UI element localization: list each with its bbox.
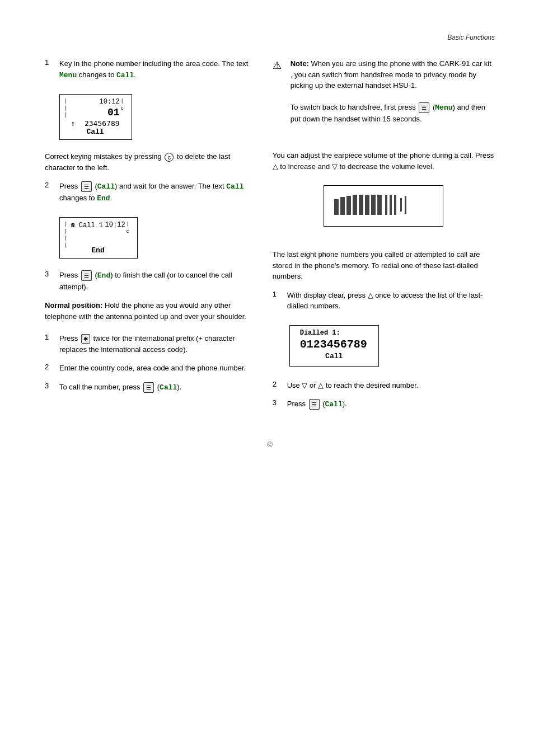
svg-rect-4	[359, 195, 363, 215]
svg-rect-11	[400, 198, 402, 212]
volume-display-wrapper	[273, 180, 495, 232]
backspace-icon: c	[165, 153, 174, 162]
menu-button-icon-int: ☰	[143, 382, 154, 393]
dialled-display-wrapper: Dialled 1: 0123456789 Call	[273, 320, 495, 372]
volume-section-text: You can adjust the earpiece volume of th…	[273, 150, 495, 172]
signal-marks-right-2: | c	[127, 221, 129, 235]
left-column: 1 Key in the phone number including the …	[45, 58, 250, 418]
display1-row-prefix: ↑	[71, 119, 75, 128]
dialled-softkey: Call	[300, 352, 368, 360]
step-3: 3 Press ☰ (End) to finish the call (or t…	[45, 270, 250, 292]
volume-bars-svg	[333, 194, 434, 216]
redial-step-3-text: Press ☰ (Call).	[287, 398, 347, 410]
step-2-text: Press ☰ (Call) and wait for the answer. …	[59, 181, 250, 204]
redial-step-1: 1 With display clear, press △ once to ac…	[273, 290, 495, 312]
signal-marks-left-2: | | | |	[64, 221, 67, 249]
star-button-icon: ✱	[81, 334, 90, 344]
step-3-text: Press ☰ (End) to finish the call (or to …	[59, 270, 250, 292]
up-arrow-icon-2: △	[318, 381, 324, 389]
int-step-1: 1 Press ✱ twice for the international pr…	[45, 333, 250, 355]
step-num-1: 1	[45, 58, 56, 67]
step-num-3: 3	[45, 270, 56, 278]
note-box: ⚠ Note: When you are using the phone wit…	[273, 58, 495, 124]
display1-time: 10:12	[71, 98, 119, 106]
page: Basic Functions 1 Key in the phone numbe…	[0, 0, 534, 756]
int-step-3: 3 To call the number, press ☰ (Call).	[45, 382, 250, 393]
int-step-num-1: 1	[45, 333, 56, 341]
int-step-2-text: Enter the country code, area code and th…	[59, 363, 246, 374]
up-arrow-icon-redial: △	[368, 291, 373, 299]
dialled-display: Dialled 1: 0123456789 Call	[289, 325, 379, 367]
page-footer: ©	[45, 440, 495, 449]
svg-rect-8	[385, 195, 387, 215]
menu-button-icon-redial: ☰	[309, 399, 320, 410]
svg-rect-7	[377, 195, 382, 215]
menu-button-icon-3: ☰	[81, 270, 92, 281]
svg-rect-6	[371, 195, 376, 215]
int-step-2: 2 Enter the country code, area code and …	[45, 363, 250, 374]
redial-step-2: 2 Use ▽ or △ to reach the desired number…	[273, 380, 495, 391]
menu-button-icon-note: ☰	[419, 102, 429, 113]
step-1-text: Key in the phone number including the ar…	[59, 58, 250, 81]
signal-marks-left: | | |	[64, 98, 67, 119]
step-2: 2 Press ☰ (Call) and wait for the answer…	[45, 181, 250, 204]
phone-display-1: | | | 10:12 01 ↑ 23456789 Call	[59, 94, 132, 140]
redial-step-1-text: With display clear, press △ once to acce…	[287, 290, 495, 312]
int-step-num-2: 2	[45, 363, 56, 371]
signal-marks-right: | c	[121, 98, 124, 112]
note-text: Note: When you are using the phone with …	[291, 58, 495, 124]
redial-step-3: 3 Press ☰ (Call).	[273, 398, 495, 410]
redial-step-num-3: 3	[273, 398, 284, 407]
dialled-number: 0123456789	[300, 338, 368, 351]
svg-rect-9	[390, 195, 392, 215]
correct-text: Correct keying mistakes by pressing c to…	[45, 151, 250, 173]
svg-rect-12	[405, 196, 406, 214]
right-column: ⚠ Note: When you are using the phone wit…	[273, 58, 495, 418]
display2-softkey: End	[71, 246, 125, 255]
main-content: 1 Key in the phone number including the …	[45, 58, 495, 418]
international-section: 1 Press ✱ twice for the international pr…	[45, 333, 250, 393]
int-step-1-text: Press ✱ twice for the international pref…	[59, 333, 250, 355]
svg-rect-1	[340, 197, 345, 215]
display1-row-number: 23456789	[85, 119, 120, 128]
svg-rect-0	[334, 199, 339, 215]
phone-display-2: | | | | ☎ Call 1 10:12 End |	[59, 217, 138, 259]
display2-call-icon: ☎ Call 1	[71, 221, 103, 229]
svg-rect-2	[346, 196, 351, 215]
redial-step-num-2: 2	[273, 380, 284, 388]
svg-rect-5	[365, 195, 369, 215]
down-arrow-icon-2: ▽	[302, 381, 307, 389]
int-step-3-text: To call the number, press ☰ (Call).	[59, 382, 181, 393]
down-arrow-icon: ▽	[332, 162, 338, 171]
display2-time: 10:12	[105, 221, 125, 229]
page-header: Basic Functions	[45, 34, 495, 41]
dialled-label: Dialled 1:	[300, 329, 368, 337]
menu-button-icon-2: ☰	[81, 181, 92, 192]
redial-section-text: The last eight phone numbers you called …	[273, 249, 495, 282]
svg-rect-10	[394, 195, 396, 215]
svg-rect-3	[353, 195, 357, 215]
redial-step-num-1: 1	[273, 290, 284, 298]
volume-display	[324, 185, 443, 227]
normal-position: Normal position: Hold the phone as you w…	[45, 300, 250, 322]
redial-step-2-text: Use ▽ or △ to reach the desired number.	[287, 380, 419, 391]
display1-softkey: Call	[71, 128, 119, 136]
warning-icon: ⚠	[273, 59, 285, 72]
step-num-2: 2	[45, 181, 56, 189]
display1-number: 01	[71, 107, 119, 118]
int-step-num-3: 3	[45, 382, 56, 390]
up-arrow-icon: △	[273, 162, 278, 171]
step-1: 1 Key in the phone number including the …	[45, 58, 250, 81]
